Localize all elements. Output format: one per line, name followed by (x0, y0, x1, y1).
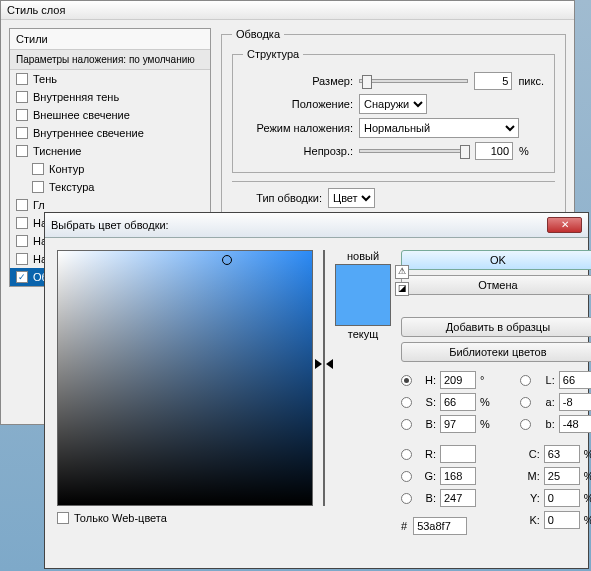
style-checkbox[interactable] (32, 163, 44, 175)
h-radio[interactable] (401, 375, 412, 386)
color-field[interactable] (57, 250, 313, 506)
k-input[interactable] (544, 511, 580, 529)
l-input[interactable] (559, 371, 591, 389)
style-item[interactable]: Текстура (10, 178, 210, 196)
r-input[interactable] (440, 445, 476, 463)
style-checkbox[interactable]: ✓ (16, 271, 28, 283)
picker-cursor (222, 255, 232, 265)
l-radio[interactable] (520, 375, 531, 386)
blend-select[interactable]: Нормальный (359, 118, 519, 138)
style-item[interactable]: Внешнее свечение (10, 106, 210, 124)
layer-style-title: Стиль слоя (1, 1, 574, 20)
color-picker-dialog: Выбрать цвет обводки: ✕ Только Web-цвета… (44, 212, 589, 569)
hue-arrow-icon (315, 359, 322, 369)
c-input[interactable] (544, 445, 580, 463)
hue-arrow-icon (326, 359, 333, 369)
size-slider[interactable] (359, 79, 468, 83)
b-lab-input[interactable] (559, 415, 591, 433)
style-item[interactable]: Внутреннее свечение (10, 124, 210, 142)
styles-header[interactable]: Стили (10, 29, 210, 50)
websafe-warning-icon[interactable]: ◪ (395, 282, 409, 296)
stroke-structure: Структура Размер: пикс. Положение: Снару… (232, 48, 555, 173)
stroke-legend: Обводка (232, 28, 284, 40)
style-checkbox[interactable] (16, 109, 28, 121)
bc-input[interactable] (440, 489, 476, 507)
hue-slider[interactable] (323, 250, 325, 506)
style-item[interactable]: Тень (10, 70, 210, 88)
style-checkbox[interactable] (16, 145, 28, 157)
y-input[interactable] (544, 489, 580, 507)
h-input[interactable] (440, 371, 476, 389)
style-checkbox[interactable] (16, 217, 28, 229)
g-input[interactable] (440, 467, 476, 485)
m-input[interactable] (544, 467, 580, 485)
color-picker-title: Выбрать цвет обводки: (51, 219, 169, 231)
hex-input[interactable] (413, 517, 467, 535)
r-radio[interactable] (401, 449, 412, 460)
style-checkbox[interactable] (16, 253, 28, 265)
opacity-slider[interactable] (359, 149, 469, 153)
style-checkbox[interactable] (16, 91, 28, 103)
filltype-select[interactable]: Цвет (328, 188, 375, 208)
s-input[interactable] (440, 393, 476, 411)
color-preview (335, 264, 391, 326)
style-item[interactable]: Контур (10, 160, 210, 178)
bc-radio[interactable] (401, 493, 412, 504)
blending-defaults[interactable]: Параметры наложения: по умолчанию (10, 50, 210, 70)
add-swatch-button[interactable]: Добавить в образцы (401, 317, 591, 337)
opacity-input[interactable] (475, 142, 513, 160)
ok-button[interactable]: OK (401, 250, 591, 270)
a-radio[interactable] (520, 397, 531, 408)
style-item[interactable]: Тиснение (10, 142, 210, 160)
b-radio[interactable] (401, 419, 412, 430)
s-radio[interactable] (401, 397, 412, 408)
web-only-checkbox[interactable] (57, 512, 69, 524)
cancel-button[interactable]: Отмена (401, 275, 591, 295)
g-radio[interactable] (401, 471, 412, 482)
position-select[interactable]: Снаружи (359, 94, 427, 114)
a-input[interactable] (559, 393, 591, 411)
bv-input[interactable] (440, 415, 476, 433)
style-checkbox[interactable] (16, 127, 28, 139)
style-checkbox[interactable] (16, 235, 28, 247)
close-button[interactable]: ✕ (547, 217, 582, 233)
color-libs-button[interactable]: Библиотеки цветов (401, 342, 591, 362)
gamut-warning-icon[interactable]: ⚠ (395, 265, 409, 279)
style-checkbox[interactable] (16, 199, 28, 211)
style-item[interactable]: Внутренняя тень (10, 88, 210, 106)
size-input[interactable] (474, 72, 512, 90)
style-checkbox[interactable] (32, 181, 44, 193)
style-checkbox[interactable] (16, 73, 28, 85)
b-lab-radio[interactable] (520, 419, 531, 430)
